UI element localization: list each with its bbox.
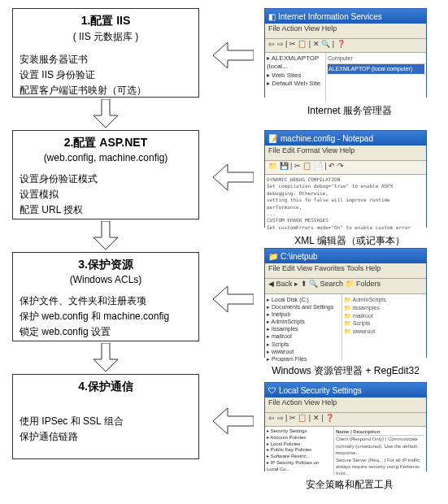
step-box-3: 3.保护资源 (Windows ACLs) 保护文件、文件夹和注册表项 保护 w… [12,252,199,341]
step-title: 2.配置 ASP.NET [20,136,192,150]
screenshot-caption: 安全策略和配置工具 [264,478,435,492]
step-title: 4.保护通信 [20,380,192,394]
screenshot-menubar: File Edit Format View Help [265,146,426,161]
arrow-left-icon [213,41,254,70]
screenshot-body: ▸ Security Settings ▸ Account Policies ▸… [265,427,426,476]
step-items: 安装服务器证书 设置 IIS 身份验证 配置客户端证书映射（可选） [20,52,192,99]
step-items: 使用 IPSec 和 SSL 组合 保护通信链路 [20,414,192,445]
tree-panel: ▸ Local Disk (C:) ▸ Documents and Settin… [265,294,342,362]
screenshot-toolbar: ◀ Back ▸ ⬆ 🔍 Search 📁 Folders [265,279,426,294]
step-box-2: 2.配置 ASP.NET (web.config, machine.config… [12,130,199,219]
step-title: 3.保护资源 [20,258,192,272]
screenshot-caption: XML 编辑器（或记事本） [264,234,435,248]
screenshot-titlebar: ◧ Internet Information Services [265,9,426,24]
screenshot-iis: ◧ Internet Information Services File Act… [264,8,427,98]
arrow-down-icon [89,343,122,371]
step-box-4: 4.保护通信 使用 IPSec 和 SSL 组合 保护通信链路 [12,374,199,459]
screenshot-body: DYNAMIC DEBUG COMPILATION Set compilatio… [265,175,426,232]
screenshot-titlebar: 📁 C:\inetpub [265,249,426,263]
folder-icon: 📁 [268,252,278,261]
screenshot-security: 🛡 Local Security Settings File Action Vi… [264,382,427,471]
list-panel: Name | Description Client (Respond Only)… [334,427,426,476]
step-subtitle: (Windows ACLs) [20,274,192,285]
screenshot-body: ▸ Local Disk (C:) ▸ Documents and Settin… [265,294,426,362]
arrow-left-icon [213,406,254,436]
step-items: 保护文件、文件夹和注册表项 保护 web.config 和 machine.co… [20,293,192,341]
screenshot-toolbar: 📁 💾 | ✂ 📋 📄 | ↶ ↷ [265,161,426,175]
tree-panel: ▸ ALEXMLAPTOP (local... ▸ Web Sites ▸ De… [265,53,326,102]
screenshot-toolbar: ⇦ ⇨ | ✂ 📋 | ✕ | ❓ [265,413,426,427]
arrow-left-icon [213,163,254,192]
arrow-down-icon [89,221,122,250]
screenshot-menubar: File Action View Help [265,398,426,413]
screenshot-menubar: File Edit View Favorites Tools Help [265,263,426,279]
app-icon: 📝 [268,134,278,143]
step-subtitle: ( IIS 元数据库 ) [20,30,192,44]
step-subtitle: (web.config, machine.config) [20,152,192,163]
list-panel: Computer ALEXMLAPTOP (local computer) [326,53,426,102]
flow-diagram: 1.配置 IIS ( IIS 元数据库 ) 安装服务器证书 设置 IIS 身份验… [8,8,440,496]
screenshot-body: ▸ ALEXMLAPTOP (local... ▸ Web Sites ▸ De… [265,53,426,102]
arrow-left-icon [213,285,254,314]
screenshot-menubar: File Action View Help [265,24,426,39]
text-content: DYNAMIC DEBUG COMPILATION Set compilatio… [265,175,426,232]
screenshot-toolbar: ⇦ ⇨ | ✂ 📋 | ✕ 🔍 | ❓ [265,39,426,53]
screenshot-explorer: 📁 C:\inetpub File Edit View Favorites To… [264,248,427,358]
shield-icon: 🛡 [268,386,276,395]
step-items: 设置身份验证模式 设置模拟 配置 URL 授权 [20,172,192,219]
arrow-down-icon [89,99,122,128]
screenshot-xml-editor: 📝 machine.config - Notepad File Edit For… [264,130,427,228]
step-box-1: 1.配置 IIS ( IIS 元数据库 ) 安装服务器证书 设置 IIS 身份验… [12,8,199,98]
screenshot-titlebar: 📝 machine.config - Notepad [265,131,426,146]
screenshot-caption: Windows 资源管理器 + RegEdit32 [260,364,431,378]
folder-panel: 📁 AdminScripts 📁 iissamples 📁 mailroot 📁… [342,294,426,362]
screenshot-titlebar: 🛡 Local Security Settings [265,383,426,398]
tree-panel: ▸ Security Settings ▸ Account Policies ▸… [265,427,334,476]
app-icon: ◧ [268,12,276,21]
step-title: 1.配置 IIS [20,14,192,28]
screenshot-caption: Internet 服务管理器 [264,104,435,118]
